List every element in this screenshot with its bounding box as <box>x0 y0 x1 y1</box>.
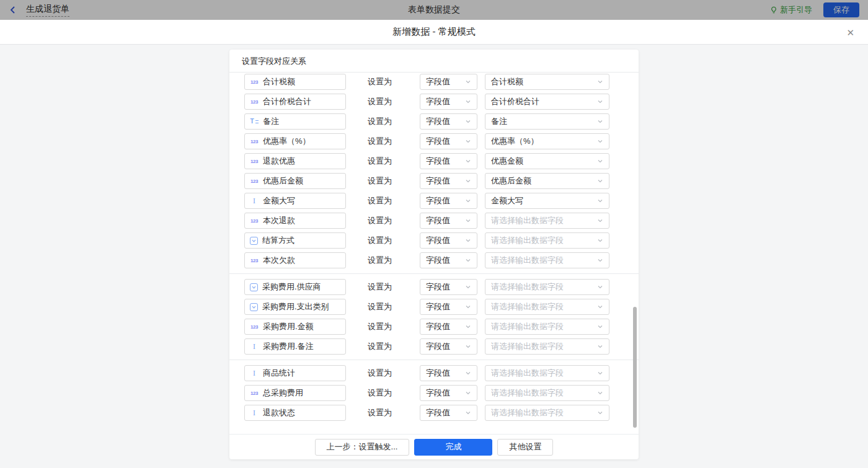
workflow-title[interactable]: 生成退货单 <box>26 4 69 17</box>
value-type-select[interactable]: 字段值 <box>420 299 477 315</box>
chevron-down-icon <box>597 343 603 350</box>
mapping-row: T 备注 设置为 字段值 备注 <box>244 113 639 130</box>
set-as-label: 设置为 <box>368 76 394 87</box>
back-icon[interactable] <box>9 6 17 14</box>
output-field-select[interactable]: 请选择输出数据字段 <box>485 385 609 401</box>
chevron-down-icon <box>597 324 603 330</box>
chevron-down-icon <box>597 99 603 105</box>
number-field-icon: 123 <box>250 99 259 105</box>
chevron-down-icon <box>465 178 471 184</box>
mapping-row: I 退款状态 设置为 字段值 请选择输出数据字段 <box>244 405 639 421</box>
output-field-select[interactable]: 备注 <box>485 113 609 130</box>
value-type-select[interactable]: 字段值 <box>420 405 477 421</box>
source-field-label: 备注 <box>263 116 279 127</box>
mapping-row: I 金额大写 设置为 字段值 金额大写 <box>244 193 639 209</box>
beginner-guide-link[interactable]: 新手引导 <box>770 4 812 15</box>
mapping-row: 123 采购费用.金额 设置为 字段值 请选择输出数据字段 <box>244 319 639 335</box>
output-field-select[interactable]: 请选择输出数据字段 <box>485 279 609 295</box>
number-field-icon: 123 <box>250 139 259 144</box>
mapping-rows: 123 合计税额 设置为 字段值 合计税额 123 合计价税合计 设置为 字段值 <box>244 74 639 421</box>
mapping-row: 123 本次欠款 设置为 字段值 请选择输出数据字段 <box>244 252 639 268</box>
chevron-down-icon <box>597 257 603 263</box>
value-type-select[interactable]: 字段值 <box>420 365 477 381</box>
output-field-select[interactable]: 合计税额 <box>485 74 609 90</box>
select-field-icon <box>250 303 258 311</box>
mapping-row: 123 总采购费用 设置为 字段值 请选择输出数据字段 <box>244 385 639 401</box>
close-icon[interactable]: ✕ <box>844 25 857 39</box>
source-field-box: I 金额大写 <box>244 193 346 209</box>
value-type-select[interactable]: 字段值 <box>420 232 477 249</box>
modal-overlay-dim <box>0 0 868 20</box>
output-field-select[interactable]: 优惠金额 <box>485 153 609 169</box>
number-field-icon: 123 <box>250 179 259 184</box>
value-type-select[interactable]: 字段值 <box>420 252 477 268</box>
output-field-select[interactable]: 优惠率（%） <box>485 133 609 149</box>
number-field-icon: 123 <box>250 159 259 164</box>
text-field-icon: I <box>250 343 259 350</box>
chevron-down-icon <box>597 370 603 376</box>
chevron-down-icon <box>597 284 603 290</box>
output-field-select[interactable]: 请选择输出数据字段 <box>485 213 609 229</box>
set-as-label: 设置为 <box>368 235 394 246</box>
value-type-select[interactable]: 字段值 <box>420 213 477 229</box>
text-field-icon: I <box>250 197 259 205</box>
source-field-label: 采购费用.供应商 <box>262 281 321 293</box>
source-field-label: 合计税额 <box>263 76 295 87</box>
set-as-label: 设置为 <box>368 116 394 127</box>
source-field-box: 123 合计价税合计 <box>244 94 346 110</box>
previous-step-button[interactable]: 上一步：设置触发... <box>315 439 410 456</box>
mapping-row: 123 合计价税合计 设置为 字段值 合计价税合计 <box>244 94 639 110</box>
value-type-select[interactable]: 字段值 <box>420 153 477 169</box>
mapping-row: 采购费用.供应商 设置为 字段值 请选择输出数据字段 <box>244 279 639 295</box>
value-type-select[interactable]: 字段值 <box>420 193 477 209</box>
source-field-box: I 退款状态 <box>244 405 346 421</box>
set-as-label: 设置为 <box>368 368 394 379</box>
set-as-label: 设置为 <box>368 301 394 312</box>
value-type-select[interactable]: 字段值 <box>420 385 477 401</box>
value-type-select[interactable]: 字段值 <box>420 113 477 130</box>
source-field-box: 123 合计税额 <box>244 74 346 90</box>
source-field-label: 商品统计 <box>263 368 295 379</box>
set-as-label: 设置为 <box>368 215 394 226</box>
value-type-select[interactable]: 字段值 <box>420 338 477 355</box>
value-type-select[interactable]: 字段值 <box>420 173 477 189</box>
output-field-select[interactable]: 请选择输出数据字段 <box>485 338 609 355</box>
other-settings-button[interactable]: 其他设置 <box>497 439 553 456</box>
value-type-select[interactable]: 字段值 <box>420 319 477 335</box>
output-field-select[interactable]: 金额大写 <box>485 193 609 209</box>
modal-title: 新增数据 - 常规模式 <box>392 26 475 38</box>
number-field-icon: 123 <box>250 79 259 85</box>
mapping-row: 采购费用.支出类别 设置为 字段值 请选择输出数据字段 <box>244 299 639 315</box>
set-as-label: 设置为 <box>368 255 394 266</box>
chevron-down-icon <box>465 257 471 263</box>
chevron-down-icon <box>597 118 603 125</box>
set-as-label: 设置为 <box>368 281 394 293</box>
value-type-select[interactable]: 字段值 <box>420 133 477 149</box>
output-field-select[interactable]: 请选择输出数据字段 <box>485 319 609 335</box>
source-field-box: 123 总采购费用 <box>244 385 346 401</box>
value-type-select[interactable]: 字段值 <box>420 279 477 295</box>
set-as-label: 设置为 <box>368 387 394 399</box>
mapping-scroll-area: 123 合计税额 设置为 字段值 合计税额 123 合计价税合计 设置为 字段值 <box>229 73 639 434</box>
set-as-label: 设置为 <box>368 136 394 147</box>
chevron-down-icon <box>597 237 603 244</box>
value-type-select[interactable]: 字段值 <box>420 74 477 90</box>
source-field-box: I 商品统计 <box>244 365 346 381</box>
scrollbar-thumb[interactable] <box>633 307 637 428</box>
mapping-row: 结算方式 设置为 字段值 请选择输出数据字段 <box>244 232 639 249</box>
output-field-select[interactable]: 请选择输出数据字段 <box>485 232 609 249</box>
chevron-down-icon <box>597 218 603 224</box>
done-button[interactable]: 完成 <box>414 439 492 456</box>
mapping-row: 123 优惠率（%） 设置为 字段值 优惠率（%） <box>244 133 639 149</box>
output-field-select[interactable]: 请选择输出数据字段 <box>485 405 609 421</box>
output-field-select[interactable]: 优惠后金额 <box>485 173 609 189</box>
source-field-label: 退款状态 <box>263 407 295 418</box>
output-field-select[interactable]: 请选择输出数据字段 <box>485 365 609 381</box>
save-button[interactable]: 保存 <box>823 2 859 17</box>
output-field-select[interactable]: 合计价税合计 <box>485 94 609 110</box>
modal-body: 设置字段对应关系 123 合计税额 设置为 字段值 合计税额 123 合计价税合… <box>0 45 868 468</box>
chevron-down-icon <box>465 158 471 164</box>
output-field-select[interactable]: 请选择输出数据字段 <box>485 252 609 268</box>
value-type-select[interactable]: 字段值 <box>420 94 477 110</box>
output-field-select[interactable]: 请选择输出数据字段 <box>485 299 609 315</box>
